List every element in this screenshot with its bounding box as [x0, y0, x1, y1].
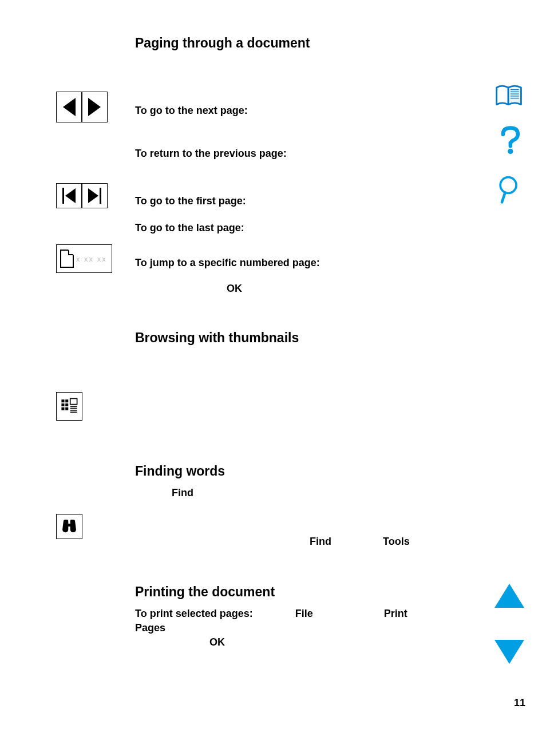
page-number: 11 — [514, 697, 525, 709]
page-glyph-icon — [60, 250, 74, 268]
line-find-tools: Find Tools — [135, 536, 456, 548]
heading-finding: Finding words — [135, 464, 456, 479]
svg-line-18 — [502, 193, 505, 203]
heading-paging: Paging through a document — [135, 35, 456, 51]
line-print-selected: To print selected pages: File Print — [135, 608, 456, 620]
heading-printing: Printing the document — [135, 584, 456, 600]
last-page-triangle-icon — [88, 188, 98, 203]
line-find-cmd: Find — [172, 487, 456, 499]
contents-book-icon[interactable] — [493, 80, 525, 112]
first-page-triangle-icon — [65, 188, 76, 203]
thumbnails-view-icon — [56, 392, 82, 421]
line-prev-page: To return to the previous page: — [135, 148, 456, 160]
heading-thumbnails: Browsing with thumbnails — [135, 330, 456, 346]
line-first-page: To go to the first page: — [135, 195, 456, 207]
page-down-icon[interactable] — [493, 640, 525, 664]
line-paging-ok: OK — [135, 283, 456, 295]
svg-point-16 — [508, 149, 513, 154]
prev-page-triangle-icon — [63, 98, 76, 116]
svg-rect-2 — [61, 403, 64, 406]
svg-rect-0 — [61, 399, 64, 402]
next-page-triangle-icon — [88, 98, 101, 116]
svg-rect-3 — [65, 403, 68, 406]
line-next-page: To go to the next page: — [135, 105, 456, 117]
help-question-icon[interactable] — [493, 125, 525, 157]
svg-rect-4 — [61, 407, 64, 410]
line-jump: To jump to a specific numbered page: — [135, 257, 456, 269]
goto-page-icon: x xx xx — [56, 244, 112, 273]
line-print-ok: OK — [209, 636, 456, 648]
first-last-page-icon — [56, 183, 108, 208]
binoculars-icon — [56, 514, 82, 539]
page-up-icon[interactable] — [493, 584, 525, 608]
svg-rect-5 — [65, 407, 68, 410]
goto-placeholder: x xx xx — [76, 255, 107, 263]
search-magnifier-icon[interactable] — [493, 175, 525, 207]
prev-next-page-icon — [56, 92, 108, 122]
svg-rect-1 — [65, 399, 68, 402]
line-last-page: To go to the last page: — [135, 222, 456, 234]
svg-rect-6 — [70, 398, 77, 404]
line-print-pages: Pages — [135, 622, 456, 634]
svg-point-17 — [500, 177, 516, 193]
